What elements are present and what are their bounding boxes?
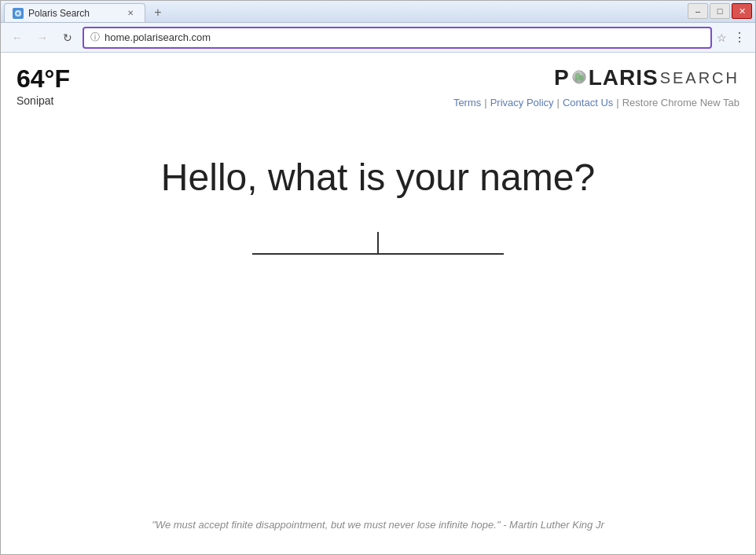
title-bar: Polaris Search ✕ + – □ ✕ xyxy=(1,1,755,23)
polaris-globe-icon xyxy=(572,70,586,84)
new-tab-button[interactable]: + xyxy=(149,5,167,20)
privacy-link[interactable]: Privacy Policy xyxy=(490,97,554,108)
address-bar[interactable]: ⓘ home.polarisearch.com xyxy=(83,27,712,49)
refresh-button[interactable]: ↻ xyxy=(57,28,78,48)
city-display: Sonipat xyxy=(17,94,70,107)
minimize-button[interactable]: – xyxy=(688,3,708,19)
brand-logo: P xyxy=(554,65,739,90)
bookmark-icon[interactable]: ☆ xyxy=(717,31,727,44)
maximize-button[interactable]: □ xyxy=(710,3,730,19)
menu-icon[interactable]: ⋮ xyxy=(730,28,749,46)
page-header: 64°F Sonipat P xyxy=(1,53,755,108)
close-button[interactable]: ✕ xyxy=(732,3,752,19)
brand-polaris-rest: LARIS xyxy=(589,65,659,90)
brand-area: P xyxy=(453,65,739,108)
sep3: | xyxy=(616,97,618,108)
back-button[interactable]: ← xyxy=(7,28,28,48)
restore-link[interactable]: Restore Chrome New Tab xyxy=(622,97,739,108)
text-cursor xyxy=(377,232,379,254)
url-text: home.polarisearch.com xyxy=(105,31,704,43)
browser-window: Polaris Search ✕ + – □ ✕ ← → ↻ ⓘ home.po… xyxy=(0,0,756,555)
temperature-display: 64°F xyxy=(17,65,70,93)
greeting-text: Hello, what is your name? xyxy=(161,156,595,199)
tab-title: Polaris Search xyxy=(28,8,119,19)
tab-area: Polaris Search ✕ + xyxy=(4,3,688,22)
brand-search-text: SEARCH xyxy=(660,69,739,87)
window-controls: – □ ✕ xyxy=(688,3,752,19)
forward-button[interactable]: → xyxy=(32,28,53,48)
sep1: | xyxy=(484,97,486,108)
terms-link[interactable]: Terms xyxy=(453,97,481,108)
weather-widget: 64°F Sonipat xyxy=(17,65,70,107)
info-icon: ⓘ xyxy=(90,31,100,44)
brand-polaris-text: P xyxy=(554,65,570,90)
tab-close-button[interactable]: ✕ xyxy=(124,7,137,20)
page-content: 64°F Sonipat P xyxy=(1,53,755,554)
browser-tab[interactable]: Polaris Search ✕ xyxy=(4,3,145,22)
tab-favicon xyxy=(13,8,24,19)
contact-link[interactable]: Contact Us xyxy=(563,97,613,108)
footer-quote: "We must accept finite disappointment, b… xyxy=(1,519,755,531)
name-input-container xyxy=(252,230,504,255)
nav-right-controls: ☆ ⋮ xyxy=(717,28,749,46)
footer-nav-links: Terms | Privacy Policy | Contact Us | Re… xyxy=(453,97,739,108)
sep2: | xyxy=(557,97,560,108)
svg-point-5 xyxy=(579,75,583,80)
svg-point-6 xyxy=(574,79,578,82)
main-content: Hello, what is your name? xyxy=(1,108,755,270)
nav-bar: ← → ↻ ⓘ home.polarisearch.com ☆ ⋮ xyxy=(1,23,755,53)
